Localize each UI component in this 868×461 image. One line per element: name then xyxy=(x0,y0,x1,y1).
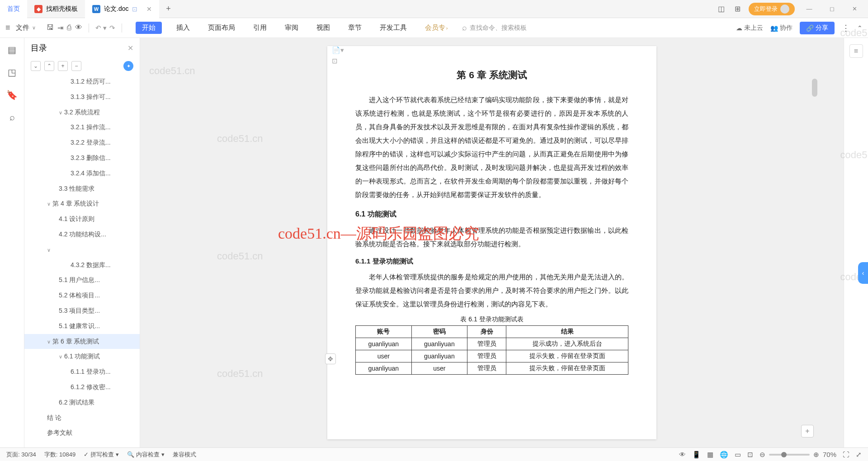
outline-item[interactable]: 3.2.4 添加信... xyxy=(24,166,140,181)
zoom-out-button[interactable]: ⊖ xyxy=(760,451,765,459)
outline-item[interactable]: 4.2 功能结构设... xyxy=(24,227,140,242)
preview-icon[interactable]: 👁 xyxy=(75,24,82,32)
close-icon[interactable]: ✕ xyxy=(146,5,152,13)
outline-item[interactable]: ∨6.1 功能测试 xyxy=(24,349,140,364)
outline-item[interactable]: 5.1 健康常识... xyxy=(24,319,140,334)
bookmark-rail-icon[interactable]: 🔖 xyxy=(6,89,18,100)
collab-button[interactable]: 👥 协作 xyxy=(770,24,793,32)
document-area[interactable]: code51.cn code51.cn code51.cn code51.cn … xyxy=(140,38,844,447)
outline-item[interactable]: 参考文献 xyxy=(24,425,140,441)
zoom-level[interactable]: 70% xyxy=(823,451,836,458)
file-menu[interactable]: 文件 ∨ xyxy=(12,22,39,34)
outline-item[interactable]: 结 论 xyxy=(24,410,140,426)
outline-item[interactable]: ∨ xyxy=(24,242,140,258)
more-icon[interactable]: ⋮ xyxy=(842,23,850,33)
hamburger-icon[interactable]: ≡ xyxy=(5,23,10,33)
edge-flyout-icon[interactable]: ‹ xyxy=(858,262,868,284)
move-handle-icon[interactable]: ✥ xyxy=(325,353,336,364)
page-info-icon[interactable]: 📄▾ xyxy=(332,46,344,54)
nav-rail-icon[interactable]: ◳ xyxy=(8,67,16,78)
outline-item[interactable]: 5.2 体检项目... xyxy=(24,288,140,303)
outline-item[interactable]: ∨第 6 章 系统测试 xyxy=(24,334,140,349)
tab-start[interactable]: 开始 xyxy=(136,22,162,34)
tab-layout[interactable]: 页面布局 xyxy=(204,22,239,34)
web-layout-icon[interactable]: 🌐 xyxy=(720,451,728,459)
tab-vip[interactable]: 会员专› xyxy=(421,22,452,34)
share-button[interactable]: 🔗 分享 xyxy=(800,22,835,34)
outline-rail-icon[interactable]: ▤ xyxy=(8,44,16,55)
left-rail: ▤ ◳ 🔖 ⌕ xyxy=(0,38,24,447)
outline-item[interactable]: ∨3.2 系统流程 xyxy=(24,105,140,120)
export-icon[interactable]: ⇥ xyxy=(57,24,63,32)
outline-item[interactable]: 3.2.1 操作流... xyxy=(24,120,140,135)
expand-all-button[interactable]: ⌃ xyxy=(44,61,54,71)
present-icon[interactable]: ⊡ xyxy=(132,5,137,13)
outline-item[interactable]: 5.3 项目类型... xyxy=(24,303,140,319)
panel-toggle-icon[interactable]: ≡ xyxy=(849,44,863,58)
content-check-button[interactable]: 🔍 内容检查 ▾ xyxy=(127,451,165,459)
tab-view[interactable]: 视图 xyxy=(313,22,334,34)
outline-item[interactable]: 3.2.3 删除信... xyxy=(24,151,140,166)
close-window-button[interactable]: ✕ xyxy=(846,2,863,16)
compat-mode[interactable]: 兼容模式 xyxy=(173,451,196,459)
layout-icon[interactable]: ◫ xyxy=(716,4,726,14)
page-layout-icon[interactable]: ▦ xyxy=(707,451,713,459)
login-button[interactable]: 立即登录 xyxy=(749,3,795,15)
outline-item[interactable]: 6.2 测试结果 xyxy=(24,395,140,410)
page-settings-icon[interactable]: ⊡ xyxy=(332,57,344,65)
outline-item[interactable]: 3.1.3 操作可... xyxy=(24,89,140,105)
save-icon[interactable]: 🖫 xyxy=(47,24,54,32)
section-heading: 6.1 功能测试 xyxy=(355,210,628,219)
outline-item[interactable]: 3.1.2 经历可... xyxy=(24,74,140,89)
ai-badge-icon[interactable]: ✦ xyxy=(123,61,133,71)
search-input[interactable]: 查找命令、搜索模板 xyxy=(462,23,527,33)
expand-icon[interactable]: ⤢ xyxy=(856,451,862,459)
focus-mode-icon[interactable]: ⊡ xyxy=(747,451,753,459)
table-header: 账号 xyxy=(356,326,412,338)
new-tab-button[interactable]: + xyxy=(159,4,177,14)
outline-item[interactable]: 4.1 设计原则 xyxy=(24,212,140,227)
maximize-button[interactable]: ◻ xyxy=(824,2,840,16)
remove-heading-button[interactable]: − xyxy=(71,61,81,71)
tab-section[interactable]: 章节 xyxy=(344,22,365,34)
apps-icon[interactable]: ⊞ xyxy=(732,4,742,14)
outline-item[interactable]: 6.1.2 修改密... xyxy=(24,380,140,395)
add-page-button[interactable]: + xyxy=(801,425,814,437)
tab-insert[interactable]: 插入 xyxy=(173,22,193,34)
tab-template[interactable]: ◆找稻壳模板 xyxy=(27,0,85,18)
word-count[interactable]: 字数: 10849 xyxy=(44,451,75,459)
tab-devtools[interactable]: 开发工具 xyxy=(376,22,410,34)
outline-item[interactable]: ∨第 4 章 系统设计 xyxy=(24,196,140,212)
tab-review[interactable]: 审阅 xyxy=(281,22,302,34)
outline-mode-icon[interactable]: ▭ xyxy=(735,451,741,459)
table-caption: 表 6.1 登录功能测试表 xyxy=(355,315,628,324)
tab-home[interactable]: 首页 xyxy=(0,0,27,18)
zoom-slider[interactable] xyxy=(769,454,810,456)
zoom-in-button[interactable]: ⊕ xyxy=(813,451,819,459)
tab-reference[interactable]: 引用 xyxy=(250,22,270,34)
read-mode-icon[interactable]: 👁 xyxy=(679,451,686,458)
scrollbar-thumb[interactable] xyxy=(812,79,817,97)
page-indicator[interactable]: 页面: 30/34 xyxy=(6,451,36,459)
tab-document[interactable]: W论文.doc⊡✕ xyxy=(85,0,159,18)
redo-icon[interactable]: ↷ xyxy=(109,24,115,32)
cloud-status[interactable]: ☁ 未上云 xyxy=(736,24,763,32)
fit-page-icon[interactable]: ⛶ xyxy=(843,451,849,458)
outline-list[interactable]: 3.1.2 经历可...3.1.3 操作可...∨3.2 系统流程3.2.1 操… xyxy=(24,74,140,447)
print-icon[interactable]: ⎙ xyxy=(67,24,71,32)
outline-item[interactable]: 4.3.2 数据库... xyxy=(24,258,140,273)
search-rail-icon[interactable]: ⌕ xyxy=(9,112,15,122)
outline-item[interactable]: 5.1 用户信息... xyxy=(24,273,140,288)
outline-item[interactable]: 6.1.1 登录功... xyxy=(24,364,140,380)
add-heading-button[interactable]: + xyxy=(58,61,68,71)
outline-item[interactable]: 3.2.2 登录流... xyxy=(24,135,140,151)
spellcheck-button[interactable]: ✓ 拼写检查 ▾ xyxy=(84,451,119,459)
phone-mode-icon[interactable]: 📱 xyxy=(692,451,701,459)
outline-item[interactable]: 3.3 性能需求 xyxy=(24,181,140,197)
close-panel-icon[interactable]: ✕ xyxy=(127,44,133,52)
collapse-ribbon-icon[interactable]: ⌃ xyxy=(857,24,863,32)
minimize-button[interactable]: — xyxy=(801,2,817,16)
collapse-all-button[interactable]: ⌄ xyxy=(31,61,41,71)
right-rail: ≡ code51.cn code51.cn code51.cn xyxy=(844,38,868,447)
undo-icon[interactable]: ↶ ▾ xyxy=(95,24,107,32)
